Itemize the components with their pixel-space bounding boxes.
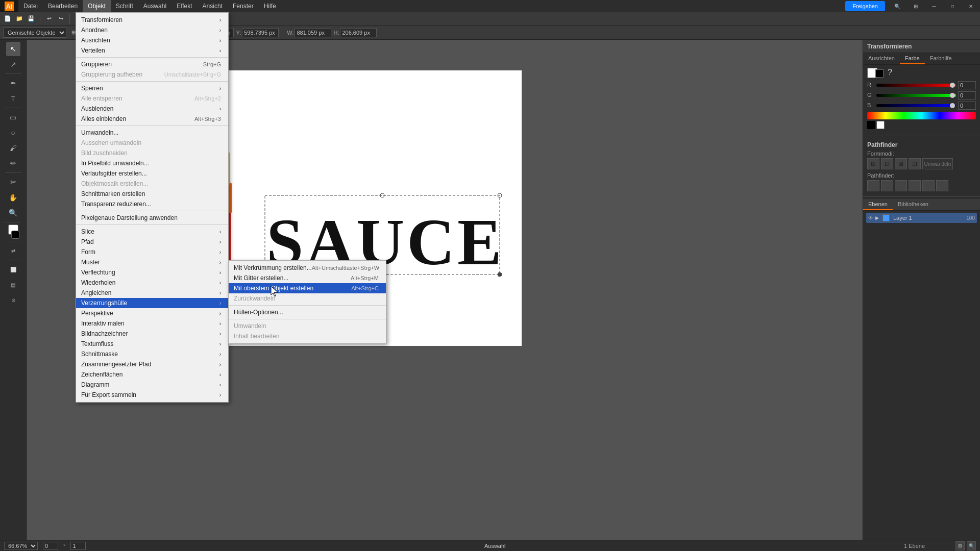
- question-icon[interactable]: ?: [888, 68, 892, 78]
- submenu-inhalt-bearbeiten[interactable]: Inhalt bearbeiten: [229, 331, 386, 341]
- menu-in-pixelbild[interactable]: In Pixelbild umwandeln...: [76, 158, 228, 168]
- scissors-tool[interactable]: ✂: [6, 175, 20, 189]
- layer-visibility-icon[interactable]: 👁: [868, 215, 873, 221]
- menu-pfad[interactable]: Pfad›: [76, 237, 228, 247]
- gradient-btn[interactable]: ▤: [6, 278, 20, 292]
- hand-tool[interactable]: ✋: [6, 190, 20, 205]
- menu-diagramm[interactable]: Diagramm›: [76, 380, 228, 390]
- menu-textumfluss[interactable]: Textumfluss›: [76, 339, 228, 349]
- menu-zeichenflachen[interactable]: Zeichenflächen›: [76, 369, 228, 380]
- maximize-button[interactable]: □: [943, 0, 962, 12]
- layer-expand-icon[interactable]: ▶: [875, 215, 879, 220]
- arrange-button[interactable]: ⊞: [906, 0, 925, 12]
- color-mode-btn[interactable]: ⬜: [6, 262, 20, 277]
- form-exclude-btn[interactable]: ⊡: [909, 158, 921, 169]
- color-spectrum[interactable]: [867, 112, 976, 119]
- menu-anordnen[interactable]: Anordnen›: [76, 25, 228, 35]
- save-btn[interactable]: 💾: [26, 13, 37, 24]
- text-tool[interactable]: T: [6, 91, 20, 106]
- direct-select-tool[interactable]: ↗: [6, 57, 20, 71]
- submenu-mit-oberstem[interactable]: Mit oberstem Objekt erstellenAlt+Strg+C: [229, 283, 386, 293]
- select-tool[interactable]: ↖: [6, 42, 20, 56]
- tab-farbe[interactable]: Farbe: [900, 53, 925, 64]
- menu-pixelgenaue[interactable]: Pixelgenaue Darstellung anwenden: [76, 213, 228, 223]
- menu-muster[interactable]: Muster›: [76, 257, 228, 267]
- menu-schnittmarken[interactable]: Schnittmarken erstellen: [76, 189, 228, 199]
- menu-bildnachzeichner[interactable]: Bildnachzeichner›: [76, 329, 228, 339]
- rotation-input[interactable]: [43, 542, 58, 550]
- menu-ausrichten[interactable]: Ausrichten›: [76, 35, 228, 45]
- minimize-button[interactable]: ─: [925, 0, 943, 12]
- stroke-color-swatch[interactable]: [11, 231, 19, 239]
- freigeben-button[interactable]: Freigeben: [845, 1, 885, 11]
- swap-colors-btn[interactable]: ⇄: [6, 243, 20, 258]
- menu-verzerrungshulle[interactable]: Verzerrungshülle›: [76, 298, 228, 308]
- menu-angleichen[interactable]: Angleichen›: [76, 288, 228, 298]
- menu-umwandeln[interactable]: Umwandeln...: [76, 128, 228, 138]
- submenu-umwandeln[interactable]: Umwandeln: [229, 321, 386, 331]
- pencil-tool[interactable]: ✏: [6, 156, 20, 170]
- tab-ebenen[interactable]: Ebenen: [863, 199, 893, 210]
- object-type-select[interactable]: Gemischte Objekte: [3, 28, 66, 38]
- menu-schrift[interactable]: Schrift: [111, 0, 138, 12]
- menu-transparenz[interactable]: Transparenz reduzieren...: [76, 199, 228, 209]
- pf-btn1[interactable]: [867, 180, 879, 191]
- menu-ansicht[interactable]: Ansicht: [198, 0, 228, 12]
- menu-sperren[interactable]: Sperren›: [76, 83, 228, 93]
- zoom-tool[interactable]: 🔍: [6, 206, 20, 220]
- rect-tool[interactable]: ▭: [6, 110, 20, 124]
- menu-form[interactable]: Form›: [76, 247, 228, 257]
- menu-zusammengesetzter-pfad[interactable]: Zusammengesetzter Pfad›: [76, 359, 228, 369]
- page-input[interactable]: [70, 542, 86, 550]
- menu-hilfe[interactable]: Hilfe: [259, 0, 281, 12]
- form-intersect-btn[interactable]: ⊠: [895, 158, 907, 169]
- tab-bibliotheken[interactable]: Bibliotheken: [893, 199, 934, 210]
- menu-schnittmaske[interactable]: Schnittmaske›: [76, 349, 228, 359]
- menu-wiederholen[interactable]: Wiederholen›: [76, 278, 228, 288]
- pen-tool[interactable]: ✒: [6, 76, 20, 90]
- swatch-white[interactable]: [876, 121, 885, 129]
- r-slider[interactable]: [876, 84, 956, 87]
- h-input[interactable]: [340, 28, 377, 37]
- pf-btn2[interactable]: [881, 180, 893, 191]
- y-input[interactable]: [242, 28, 279, 37]
- normal-screen-btn[interactable]: ⊞: [955, 541, 965, 550]
- menu-effekt[interactable]: Effekt: [172, 0, 197, 12]
- tab-ausrichten[interactable]: Ausrichten: [863, 53, 900, 64]
- menu-perspektive[interactable]: Perspektive›: [76, 308, 228, 318]
- undo-btn[interactable]: ↩: [43, 13, 55, 24]
- redo-btn[interactable]: ↪: [55, 13, 66, 24]
- menu-verlaufsgitter[interactable]: Verlaufsgitter erstellen...: [76, 168, 228, 179]
- form-minus-btn[interactable]: ⊟: [881, 158, 893, 169]
- pf-btn6[interactable]: [936, 180, 948, 191]
- w-input[interactable]: [295, 28, 331, 37]
- g-slider[interactable]: [876, 94, 956, 97]
- menu-objektmosaik[interactable]: Objektmosaik erstellen...: [76, 179, 228, 189]
- swatch-black[interactable]: [867, 121, 875, 129]
- search-button[interactable]: 🔍: [888, 0, 906, 12]
- menu-fenster[interactable]: Fenster: [228, 0, 259, 12]
- menu-bearbeiten[interactable]: Bearbeiten: [43, 0, 83, 12]
- menu-verteilen[interactable]: Verteilen›: [76, 45, 228, 56]
- menu-datei[interactable]: Datei: [18, 0, 43, 12]
- close-button[interactable]: ✕: [962, 0, 980, 12]
- b-value[interactable]: [958, 102, 976, 110]
- menu-gruppierung-aufheben[interactable]: Gruppierung aufhebenUmschalttaste+Strg+G: [76, 69, 228, 80]
- stroke-swatch[interactable]: [875, 69, 884, 78]
- open-btn[interactable]: 📁: [14, 13, 25, 24]
- b-slider[interactable]: [876, 104, 956, 107]
- brush-tool[interactable]: 🖌: [6, 141, 20, 155]
- submenu-zuruckwandeln[interactable]: Zurückwandeln: [229, 293, 386, 304]
- layer-1-row[interactable]: 👁 ▶ Layer 1 100: [866, 213, 977, 223]
- menu-verflechtung[interactable]: Verflechtung›: [76, 267, 228, 278]
- menu-ausblenden[interactable]: Ausblenden›: [76, 104, 228, 114]
- menu-gruppieren[interactable]: GruppierenStrg+G: [76, 59, 228, 69]
- menu-fur-export[interactable]: Für Export sammeln›: [76, 390, 228, 400]
- form-apply-btn[interactable]: Umwandeln: [922, 158, 953, 169]
- tab-farbhilfe[interactable]: Farbhilfe: [925, 53, 957, 64]
- menu-alles-einblenden[interactable]: Alles einblendenAlt+Strg+3: [76, 114, 228, 124]
- submenu-hullen-optionen[interactable]: Hüllen-Optionen...: [229, 307, 386, 317]
- menu-slice[interactable]: Slice›: [76, 227, 228, 237]
- submenu-mit-gitter[interactable]: Mit Gitter erstellen...Alt+Strg+M: [229, 273, 386, 283]
- pf-btn5[interactable]: [922, 180, 935, 191]
